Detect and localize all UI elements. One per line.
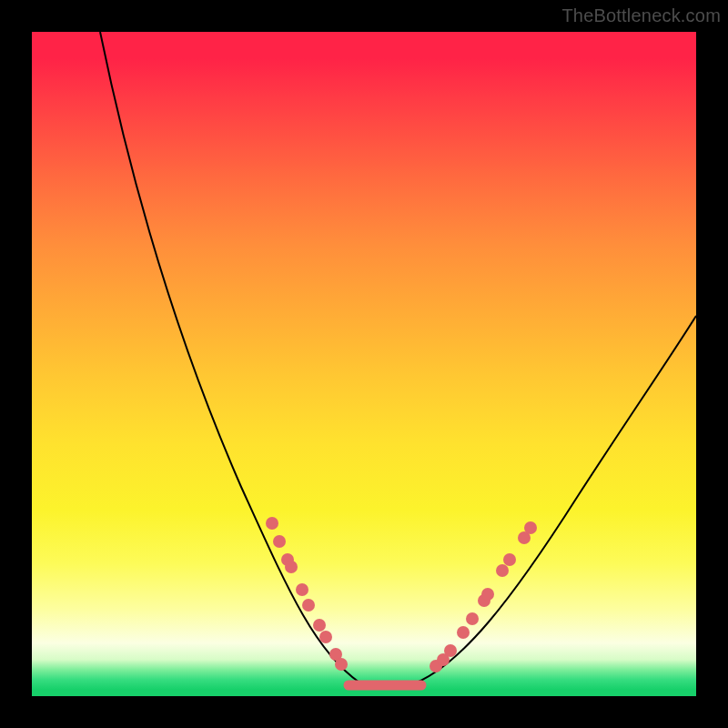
- watermark-text: TheBottleneck.com: [561, 5, 721, 26]
- chart-frame: TheBottleneck.com: [0, 0, 728, 728]
- data-marker: [313, 619, 326, 632]
- data-marker: [503, 553, 516, 566]
- data-marker: [335, 658, 348, 671]
- plot-area: [32, 32, 696, 696]
- marker-group: [266, 517, 537, 672]
- data-marker: [444, 644, 457, 657]
- data-marker: [302, 599, 315, 612]
- data-marker: [266, 517, 278, 530]
- data-marker: [481, 588, 494, 601]
- data-marker: [496, 564, 509, 577]
- data-marker: [524, 521, 537, 534]
- curve-svg: [32, 32, 696, 696]
- data-marker: [296, 583, 308, 596]
- data-marker: [466, 612, 479, 625]
- data-marker: [319, 631, 332, 643]
- bottleneck-curve: [100, 32, 696, 688]
- data-marker: [285, 561, 298, 573]
- data-marker: [457, 626, 470, 639]
- data-marker: [273, 535, 286, 548]
